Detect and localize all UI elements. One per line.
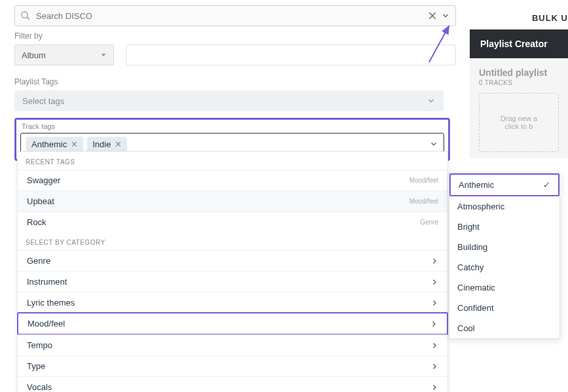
option-label: Bright bbox=[457, 222, 480, 232]
recent-tag-row[interactable]: Upbeat Mood/feel bbox=[18, 190, 447, 211]
category-row-vocals[interactable]: Vocals bbox=[18, 376, 447, 392]
drop-text-2: click to b bbox=[505, 122, 533, 130]
category-row-instrument[interactable]: Instrument bbox=[18, 271, 447, 292]
tag-category: Mood/feel bbox=[409, 198, 438, 205]
option-label: Atmospheric bbox=[457, 202, 504, 211]
search-input[interactable] bbox=[36, 11, 428, 21]
category-row-type[interactable]: Type bbox=[18, 355, 447, 376]
mood-option-anthemic[interactable]: Anthemic ✓ bbox=[449, 173, 559, 196]
track-tags-label: Track tags bbox=[20, 122, 444, 130]
option-label: Building bbox=[457, 242, 487, 252]
tag-chip-label: Indie bbox=[92, 139, 111, 149]
filter-value-input[interactable] bbox=[126, 45, 456, 65]
playlist-drop-zone[interactable]: Drag new a click to b bbox=[479, 93, 559, 152]
mood-option-bright[interactable]: Bright bbox=[449, 217, 559, 237]
category-row-mood-feel[interactable]: Mood/feel bbox=[17, 312, 448, 335]
chevron-down-icon[interactable] bbox=[429, 139, 438, 149]
mood-feel-submenu: Anthemic ✓ Atmospheric Bright Building C… bbox=[449, 173, 560, 339]
category-name: Tempo bbox=[27, 340, 52, 350]
playlist-tags-label: Playlist Tags bbox=[14, 77, 456, 86]
chevron-right-icon bbox=[430, 299, 438, 307]
chevron-right-icon bbox=[430, 363, 438, 370]
category-row-genre[interactable]: Genre bbox=[18, 250, 447, 271]
playlist-tags-select[interactable]: Select tags bbox=[14, 90, 444, 111]
category-name: Mood/feel bbox=[28, 319, 65, 329]
category-name: Instrument bbox=[27, 277, 67, 287]
tag-chip-anthemic[interactable]: Anthemic ✕ bbox=[26, 137, 83, 152]
playlist-track-count: 0 TRACKS bbox=[479, 79, 559, 86]
search-icon bbox=[20, 10, 31, 21]
mood-option-building[interactable]: Building bbox=[449, 237, 559, 257]
chevron-right-icon bbox=[430, 320, 438, 328]
option-label: Cinematic bbox=[457, 283, 495, 293]
bulk-upload-link[interactable]: BULK U bbox=[532, 13, 568, 23]
category-name: Type bbox=[27, 361, 45, 371]
filter-panel: Filter by Album Playlist Tags Select tag… bbox=[14, 31, 456, 161]
svg-point-0 bbox=[22, 12, 28, 18]
option-label: Anthemic bbox=[459, 180, 494, 190]
svg-line-1 bbox=[27, 17, 29, 20]
playlist-tags-placeholder: Select tags bbox=[22, 96, 64, 106]
tag-name: Swagger bbox=[27, 175, 60, 185]
tag-name: Upbeat bbox=[27, 196, 54, 206]
mood-option-confident[interactable]: Confident bbox=[449, 298, 559, 318]
drop-text-1: Drag new a bbox=[501, 115, 537, 122]
chevron-down-icon bbox=[426, 96, 436, 105]
mood-option-cool[interactable]: Cool bbox=[449, 318, 559, 338]
tag-name: Rock bbox=[27, 217, 47, 227]
tag-category: Genre bbox=[420, 219, 438, 226]
recent-tags-header: RECENT TAGS bbox=[18, 152, 447, 169]
caret-down-icon bbox=[100, 52, 107, 58]
playlist-title[interactable]: Untitled playlist bbox=[479, 67, 559, 78]
option-label: Cool bbox=[457, 323, 475, 333]
category-name: Genre bbox=[27, 256, 50, 266]
playlist-creator-panel: Playlist Creator Untitled playlist 0 TRA… bbox=[470, 29, 568, 158]
category-header: SELECT BY CATEGORY bbox=[18, 232, 447, 250]
chevron-right-icon bbox=[430, 278, 438, 286]
mood-option-catchy[interactable]: Catchy bbox=[449, 257, 559, 277]
tag-chip-label: Anthemic bbox=[31, 139, 67, 149]
recent-tag-row[interactable]: Swagger Mood/feel bbox=[18, 169, 447, 190]
option-label: Confident bbox=[457, 303, 494, 313]
category-row-tempo[interactable]: Tempo bbox=[18, 334, 447, 355]
playlist-creator-header: Playlist Creator bbox=[470, 29, 568, 58]
remove-tag-icon[interactable]: ✕ bbox=[71, 139, 78, 149]
filter-type-select[interactable]: Album bbox=[14, 45, 114, 65]
clear-icon[interactable] bbox=[428, 11, 437, 20]
recent-tag-row[interactable]: Rock Genre bbox=[18, 211, 447, 232]
category-name: Vocals bbox=[27, 382, 52, 392]
chevron-right-icon bbox=[430, 342, 438, 349]
tag-chip-indie[interactable]: Indie ✕ bbox=[87, 137, 127, 152]
filter-by-label: Filter by bbox=[14, 31, 456, 41]
mood-option-cinematic[interactable]: Cinematic bbox=[449, 277, 559, 298]
svg-marker-4 bbox=[102, 54, 106, 56]
tag-dropdown-panel: RECENT TAGS Swagger Mood/feel Upbeat Moo… bbox=[17, 151, 448, 392]
chevron-right-icon bbox=[430, 383, 438, 391]
category-name: Lyric themes bbox=[27, 298, 75, 308]
tag-category: Mood/feel bbox=[409, 177, 438, 184]
option-label: Catchy bbox=[457, 262, 483, 272]
search-bar[interactable] bbox=[14, 5, 456, 26]
remove-tag-icon[interactable]: ✕ bbox=[115, 139, 122, 149]
mood-option-atmospheric[interactable]: Atmospheric bbox=[449, 196, 559, 217]
chevron-right-icon bbox=[430, 257, 438, 265]
filter-select-value: Album bbox=[22, 50, 46, 60]
category-row-lyric-themes[interactable]: Lyric themes bbox=[18, 292, 447, 313]
check-icon: ✓ bbox=[543, 180, 550, 190]
chevron-down-icon[interactable] bbox=[441, 11, 450, 20]
